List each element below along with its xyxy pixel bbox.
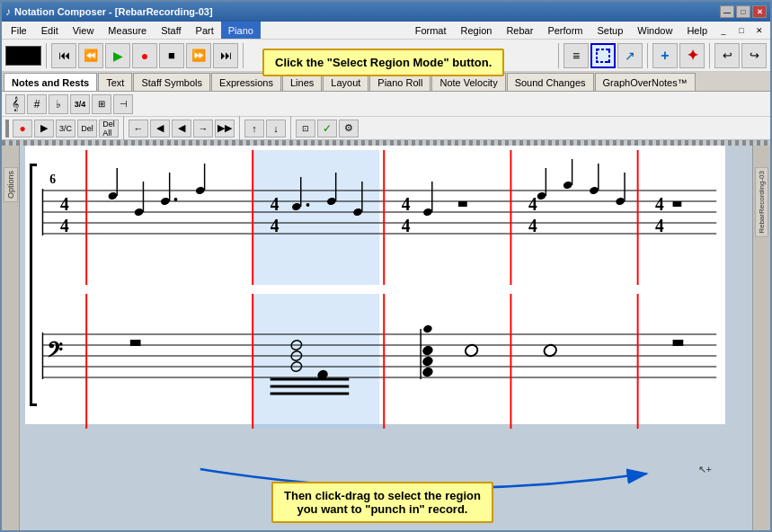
rec-prev2-button[interactable]: ◀ xyxy=(172,120,191,137)
rec-del-all-button[interactable]: DelAll xyxy=(99,120,119,137)
menu-part[interactable]: Part xyxy=(189,22,221,39)
end-repeat-button[interactable]: ⊣ xyxy=(113,94,133,114)
sep5 xyxy=(709,43,710,68)
right-sidebar: RebarRecording-03 xyxy=(752,140,770,532)
record-button[interactable]: ● xyxy=(132,43,157,68)
menu-setup[interactable]: Setup xyxy=(590,22,631,39)
tab-lines-label: Lines xyxy=(290,77,314,88)
rebarrecording-tab[interactable]: RebarRecording-03 xyxy=(755,167,768,237)
main-content: Options 4 xyxy=(2,140,770,532)
cursor-indicator: ↖+ xyxy=(698,464,712,475)
arrow-button[interactable]: ↗ xyxy=(617,43,643,68)
grid-note-button[interactable]: ⊞ xyxy=(92,94,111,114)
tab-staff-symbols-label: Staff Symbols xyxy=(141,77,202,88)
clef-button[interactable]: 𝄞 xyxy=(5,94,25,114)
rec-indicator[interactable]: ● xyxy=(13,120,32,137)
undo-button[interactable]: ↩ xyxy=(714,43,740,68)
close-button[interactable]: ✕ xyxy=(752,5,767,18)
svg-rect-84 xyxy=(673,340,684,346)
rec-del-button[interactable]: Del xyxy=(77,120,97,137)
add-button[interactable]: + xyxy=(652,43,678,68)
svg-text:4: 4 xyxy=(402,216,411,235)
tab-sound-changes[interactable]: Sound Changes xyxy=(507,73,594,91)
close-inner-button[interactable]: ✕ xyxy=(750,26,768,35)
sep-rec xyxy=(123,116,124,141)
menu-perform[interactable]: Perform xyxy=(540,22,590,39)
rec-check-button[interactable]: ✓ xyxy=(317,120,337,137)
rec-settings-button[interactable]: ⚙ xyxy=(339,120,359,137)
grid-button[interactable]: ≡ xyxy=(563,43,589,68)
cursor-symbol: ↖+ xyxy=(698,464,712,474)
tab-staff-symbols[interactable]: Staff Symbols xyxy=(133,73,210,91)
options-tab[interactable]: Options xyxy=(4,167,18,202)
svg-rect-0 xyxy=(597,49,609,62)
menu-file[interactable]: File xyxy=(4,22,34,39)
time-sig-button[interactable]: 3/4 xyxy=(70,94,90,114)
menu-piano[interactable]: Piano xyxy=(221,22,261,39)
tab-graphovernotes[interactable]: GraphOverNotes™ xyxy=(595,73,696,91)
menu-staff[interactable]: Staff xyxy=(154,22,188,39)
svg-text:6: 6 xyxy=(49,173,56,186)
sharp-button[interactable]: # xyxy=(27,94,47,114)
callout-punchin: Then click-drag to select the region you… xyxy=(271,482,493,523)
svg-point-3 xyxy=(596,60,599,63)
svg-rect-69 xyxy=(130,340,141,346)
svg-point-78 xyxy=(421,355,434,368)
menu-help[interactable]: Help xyxy=(679,22,714,39)
svg-point-53 xyxy=(615,197,625,206)
rec-play-button[interactable]: ▶ xyxy=(34,120,54,137)
rec-prev-button[interactable]: ◀ xyxy=(150,120,170,137)
menu-window[interactable]: Window xyxy=(630,22,679,39)
svg-text:4: 4 xyxy=(528,194,537,214)
main-toolbar: ⏮ ⏪ ▶ ● ■ ⏩ ⏭ Click the "Select Region M… xyxy=(2,40,770,72)
redo-button[interactable]: ↪ xyxy=(741,43,767,68)
play-button[interactable]: ▶ xyxy=(105,43,130,68)
rec-fwd2-button[interactable]: ▶▶ xyxy=(215,120,235,137)
menu-edit[interactable]: Edit xyxy=(34,22,66,39)
minimize-inner-button[interactable]: _ xyxy=(714,26,732,35)
flat-button[interactable]: ♭ xyxy=(49,94,68,114)
rec-fwd-button[interactable]: → xyxy=(193,120,213,137)
rewind-button[interactable]: ⏮ xyxy=(51,43,76,68)
rec-up-button[interactable]: ↑ xyxy=(244,120,264,137)
grip xyxy=(5,120,9,137)
svg-point-44 xyxy=(422,208,432,217)
tab-text[interactable]: Text xyxy=(98,73,132,91)
tab-notes-and-rests[interactable]: Notes and Rests xyxy=(4,73,97,91)
rec-back-button[interactable]: ← xyxy=(129,120,148,137)
rec-down-button[interactable]: ↓ xyxy=(266,120,286,137)
menu-rebar[interactable]: Rebar xyxy=(499,22,540,39)
left-sidebar: Options xyxy=(2,140,20,532)
stop-button[interactable]: ■ xyxy=(159,43,184,68)
restore-button[interactable]: □ xyxy=(736,5,750,18)
minimize-button[interactable]: — xyxy=(720,5,734,18)
prev-button[interactable]: ⏪ xyxy=(78,43,103,68)
menu-format[interactable]: Format xyxy=(408,22,454,39)
menu-bar: File Edit View Measure Staff Part Piano … xyxy=(2,22,770,40)
svg-rect-55 xyxy=(673,201,682,207)
menu-region[interactable]: Region xyxy=(454,22,500,39)
color-picker[interactable] xyxy=(5,46,41,66)
fast-forward-button[interactable]: ⏩ xyxy=(186,43,211,68)
svg-point-79 xyxy=(421,366,434,378)
sep4 xyxy=(647,43,648,68)
menu-measure[interactable]: Measure xyxy=(101,22,154,39)
svg-point-80 xyxy=(422,324,433,334)
menu-view[interactable]: View xyxy=(66,22,102,39)
svg-text:4: 4 xyxy=(60,216,69,235)
note-input-toolbar: 𝄞 # ♭ 3/4 ⊞ ⊣ xyxy=(2,92,770,117)
remove-button[interactable]: ✦ xyxy=(679,43,705,68)
rec-stop-button[interactable]: 3/C xyxy=(56,120,75,137)
sep-rec3 xyxy=(290,116,291,141)
tab-graphovernotes-label: GraphOverNotes™ xyxy=(603,77,688,88)
sep2 xyxy=(243,43,244,68)
svg-point-35 xyxy=(195,186,205,195)
svg-point-77 xyxy=(421,344,434,357)
restore-inner-button[interactable]: □ xyxy=(732,26,750,35)
svg-point-30 xyxy=(134,208,144,217)
rec-punch-button[interactable]: ⊡ xyxy=(296,120,315,137)
end-button[interactable]: ⏭ xyxy=(213,43,238,68)
svg-point-2 xyxy=(608,49,610,51)
svg-point-47 xyxy=(537,191,546,200)
select-region-button[interactable] xyxy=(590,43,616,68)
